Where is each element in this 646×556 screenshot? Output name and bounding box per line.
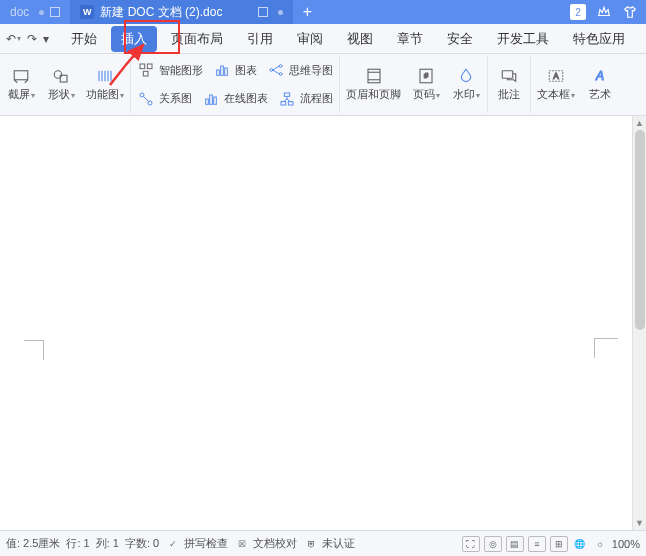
svg-text:A: A xyxy=(553,72,559,81)
menu-review[interactable]: 审阅 xyxy=(287,26,333,52)
menu-page-layout[interactable]: 页面布局 xyxy=(161,26,233,52)
status-proofing[interactable]: ☒ 文档校对 xyxy=(234,536,297,552)
status-row[interactable]: 行: 1 xyxy=(66,536,89,551)
svg-rect-19 xyxy=(288,101,293,104)
menu-security[interactable]: 安全 xyxy=(437,26,483,52)
mindmap-button[interactable]: 思维导图 xyxy=(265,59,335,81)
smartart-button[interactable]: 智能图形 xyxy=(135,59,205,81)
title-bar: doc W 新建 DOC 文档 (2).doc + 2 xyxy=(0,0,646,24)
tab-modified-dot xyxy=(39,10,44,15)
doc-icon: W xyxy=(80,5,94,19)
zoom-level[interactable]: 100% xyxy=(612,538,640,550)
page-number-icon: # xyxy=(417,67,435,85)
title-bar-right: 2 xyxy=(570,4,646,20)
header-footer-button[interactable]: 页眉和页脚 xyxy=(344,66,403,103)
online-chart-button[interactable]: 在线图表 xyxy=(200,88,270,110)
scroll-thumb[interactable] xyxy=(635,130,645,330)
status-spellcheck[interactable]: ✓ 拼写检查 xyxy=(165,536,228,552)
crown-icon[interactable] xyxy=(596,4,612,20)
menu-insert[interactable]: 插入 xyxy=(111,26,157,52)
textbox-icon: A xyxy=(547,67,565,85)
view-page-icon[interactable]: ▤ xyxy=(506,536,524,552)
svg-rect-3 xyxy=(140,64,145,69)
spellcheck-icon: ✓ xyxy=(165,536,181,552)
menu-section[interactable]: 章节 xyxy=(387,26,433,52)
shapes-icon xyxy=(52,67,70,85)
new-tab-button[interactable]: + xyxy=(293,3,321,21)
ribbon-group-comment: 批注 xyxy=(488,56,531,113)
document-area[interactable]: ▲ ▼ xyxy=(0,116,646,530)
scroll-up-button[interactable]: ▲ xyxy=(633,116,646,130)
wordart-button[interactable]: A 艺术 xyxy=(583,66,617,103)
svg-rect-6 xyxy=(217,70,220,75)
scissors-icon xyxy=(12,67,30,85)
ribbon-group-charts: 智能图形 图表 思维导图 关系图 在线图表 流程图 xyxy=(131,56,340,113)
shield-icon: ⛨ xyxy=(303,536,319,552)
vertical-scrollbar[interactable]: ▲ ▼ xyxy=(632,116,646,530)
tab-window-icon[interactable] xyxy=(258,7,268,17)
svg-point-11 xyxy=(279,73,282,76)
page-margin-marker-right xyxy=(594,338,618,358)
svg-rect-14 xyxy=(206,99,209,104)
flowchart-icon xyxy=(278,90,296,108)
ribbon-group-header-footer: 页眉和页脚 # 页码▾ 水印▾ xyxy=(340,56,488,113)
svg-rect-8 xyxy=(225,68,228,75)
redo-button[interactable]: ↷ xyxy=(27,32,37,46)
quick-access: ↶▾ ↷ ▾ xyxy=(6,32,49,46)
svg-rect-7 xyxy=(221,66,224,75)
wordart-icon: A xyxy=(591,67,609,85)
notification-badge[interactable]: 2 xyxy=(570,4,586,20)
status-col[interactable]: 列: 1 xyxy=(96,536,119,551)
barcode-icon xyxy=(96,67,114,85)
status-word-count[interactable]: 字数: 0 xyxy=(125,536,159,551)
mindmap-icon xyxy=(267,61,285,79)
undo-button[interactable]: ↶▾ xyxy=(6,32,21,46)
view-outline-icon[interactable]: ≡ xyxy=(528,536,546,552)
ribbon-group-screenshot: 截屏▾ 形状▾ 功能图▾ xyxy=(0,56,131,113)
online-chart-icon xyxy=(202,90,220,108)
flowchart-button[interactable]: 流程图 xyxy=(276,88,335,110)
svg-rect-16 xyxy=(214,97,217,104)
status-value[interactable]: 值: 2.5厘米 xyxy=(6,536,60,551)
menu-bar: ↶▾ ↷ ▾ 开始 插入 页面布局 引用 审阅 视图 章节 安全 开发工具 特色… xyxy=(0,24,646,54)
status-right: ⛶ ◎ ▤ ≡ ⊞ 🌐 ☼ 100% xyxy=(462,536,640,552)
scroll-down-button[interactable]: ▼ xyxy=(633,516,646,530)
ribbon: 截屏▾ 形状▾ 功能图▾ 智能图形 图表 思维导图 xyxy=(0,54,646,116)
page-margin-marker-left xyxy=(24,340,44,360)
watermark-button[interactable]: 水印▾ xyxy=(449,66,483,103)
svg-text:A: A xyxy=(595,69,604,83)
comment-icon xyxy=(500,67,518,85)
screenshot-button[interactable]: 截屏▾ xyxy=(4,66,38,103)
view-web-icon[interactable]: ⊞ xyxy=(550,536,568,552)
page-number-button[interactable]: # 页码▾ xyxy=(409,66,443,103)
proofing-icon: ☒ xyxy=(234,536,250,552)
brightness-icon[interactable]: ☼ xyxy=(592,536,608,552)
tab-doc-1[interactable]: doc xyxy=(0,0,70,24)
menu-view[interactable]: 视图 xyxy=(337,26,383,52)
chart-button[interactable]: 图表 xyxy=(211,59,259,81)
textbox-button[interactable]: A 文本框▾ xyxy=(535,66,577,103)
svg-rect-0 xyxy=(14,71,28,80)
svg-text:#: # xyxy=(424,71,429,80)
smartart-icon xyxy=(137,61,155,79)
relation-chart-button[interactable]: 关系图 xyxy=(135,88,194,110)
globe-icon[interactable]: 🌐 xyxy=(572,536,588,552)
more-qa-button[interactable]: ▾ xyxy=(43,32,49,46)
comment-button[interactable]: 批注 xyxy=(492,66,526,103)
menu-special[interactable]: 特色应用 xyxy=(563,26,635,52)
shirt-icon[interactable] xyxy=(622,4,638,20)
chart-icon xyxy=(213,61,231,79)
status-certification[interactable]: ⛨ 未认证 xyxy=(303,536,355,552)
menu-home[interactable]: 开始 xyxy=(61,26,107,52)
fullscreen-icon[interactable]: ⛶ xyxy=(462,536,480,552)
function-chart-button[interactable]: 功能图▾ xyxy=(84,66,126,103)
focus-icon[interactable]: ◎ xyxy=(484,536,502,552)
menu-developer[interactable]: 开发工具 xyxy=(487,26,559,52)
status-bar: 值: 2.5厘米 行: 1 列: 1 字数: 0 ✓ 拼写检查 ☒ 文档校对 ⛨… xyxy=(0,530,646,556)
tab-doc-2-active[interactable]: W 新建 DOC 文档 (2).doc xyxy=(70,0,293,24)
tab-label: doc xyxy=(10,5,29,19)
tab-close-icon[interactable] xyxy=(50,7,60,17)
svg-rect-15 xyxy=(210,95,213,104)
menu-references[interactable]: 引用 xyxy=(237,26,283,52)
shapes-button[interactable]: 形状▾ xyxy=(44,66,78,103)
